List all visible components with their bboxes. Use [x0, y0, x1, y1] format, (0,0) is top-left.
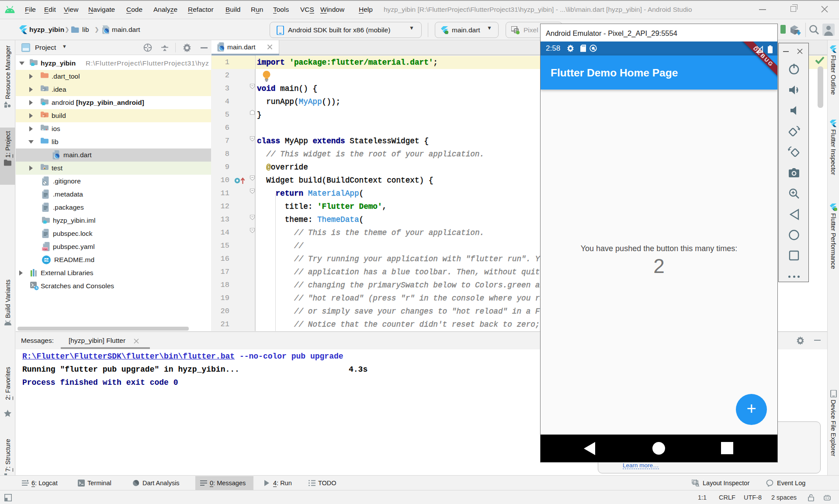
svg-text:YML: YML [42, 248, 48, 251]
